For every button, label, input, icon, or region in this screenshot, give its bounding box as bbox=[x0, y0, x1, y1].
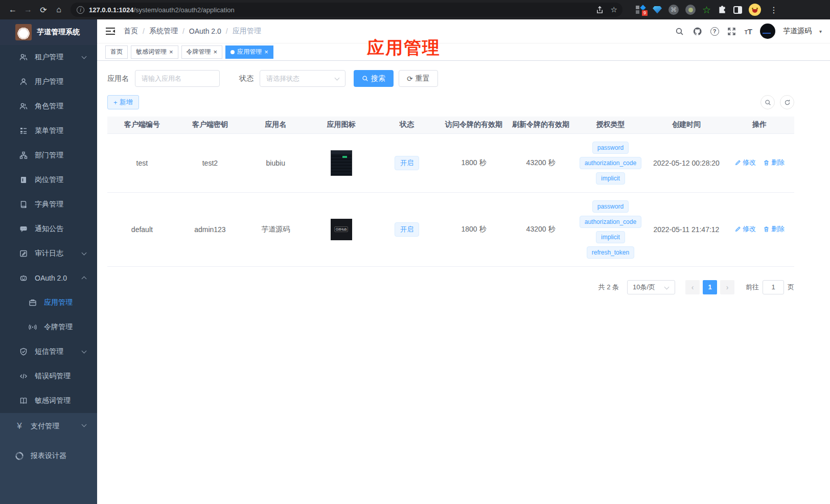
goto-page-input[interactable] bbox=[763, 280, 784, 294]
briefcase-icon bbox=[29, 299, 37, 307]
trash-icon bbox=[763, 159, 770, 166]
address-bar[interactable]: i 127.0.0.1:1024/system/oauth2/oauth2/ap… bbox=[71, 3, 622, 17]
extensions-puzzle-icon[interactable] bbox=[718, 5, 727, 14]
tab-token[interactable]: 令牌管理× bbox=[181, 45, 223, 59]
sidebar-item-user[interactable]: 用户管理 bbox=[0, 70, 97, 94]
bookmark-star-icon[interactable]: ☆ bbox=[611, 5, 617, 14]
caret-down-icon[interactable]: ▾ bbox=[819, 29, 822, 34]
close-icon[interactable]: × bbox=[214, 49, 218, 55]
sidebar-item-errcode[interactable]: 错误码管理 bbox=[0, 364, 97, 388]
browser-home-button[interactable]: ⌂ bbox=[51, 2, 66, 17]
page-number-button[interactable]: 1 bbox=[703, 280, 717, 294]
edit-button[interactable]: 修改 bbox=[734, 158, 756, 167]
sidebar-item-dict[interactable]: 字典管理 bbox=[0, 192, 97, 217]
table-header-row: 客户端编号 客户端密钥 应用名 应用图标 状态 访问令牌的有效期 刷新令牌的有效… bbox=[107, 117, 794, 133]
command-extension-icon[interactable]: ⌘ bbox=[668, 5, 679, 15]
tab-sensitive-word[interactable]: 敏感词管理× bbox=[131, 45, 178, 59]
gem-extension-icon[interactable] bbox=[653, 6, 662, 14]
cell-created-at: 2022-05-12 00:28:20 bbox=[648, 133, 725, 192]
log-edit-icon bbox=[19, 249, 28, 258]
sidebar-item-label: 租户管理 bbox=[35, 53, 63, 62]
sidebar-item-oauth2-application[interactable]: 应用管理 bbox=[0, 290, 97, 315]
side-panel-icon[interactable] bbox=[733, 6, 742, 14]
status-badge[interactable]: 开启 bbox=[395, 156, 419, 170]
tab-application[interactable]: 应用管理× bbox=[225, 45, 273, 59]
shield-check-icon bbox=[19, 348, 28, 356]
sidebar-item-role[interactable]: 角色管理 bbox=[0, 94, 97, 119]
breadcrumb-system[interactable]: 系统管理 bbox=[149, 27, 178, 36]
site-info-icon[interactable]: i bbox=[77, 6, 84, 14]
cell-created-at: 2022-05-11 21:47:12 bbox=[648, 192, 725, 266]
delete-button[interactable]: 删除 bbox=[763, 224, 785, 234]
search-button[interactable]: 搜索 bbox=[354, 70, 394, 87]
applications-table: 客户端编号 客户端密钥 应用名 应用图标 状态 访问令牌的有效期 刷新令牌的有效… bbox=[107, 117, 794, 267]
grant-type-tag: authorization_code bbox=[580, 216, 641, 228]
sidebar-item-tenant[interactable]: 租户管理 bbox=[0, 45, 97, 70]
fullscreen-icon[interactable] bbox=[727, 26, 737, 36]
username[interactable]: 芋道源码 bbox=[783, 27, 812, 36]
cell-app-icon: GitHub bbox=[308, 192, 374, 266]
browser-menu-icon[interactable]: ⋮ bbox=[770, 5, 778, 15]
edit-button[interactable]: 修改 bbox=[734, 224, 756, 234]
cell-client-secret: admin123 bbox=[177, 192, 243, 266]
tab-home[interactable]: 首页 bbox=[105, 45, 128, 59]
delete-button[interactable]: 删除 bbox=[763, 158, 785, 167]
sidebar-item-notice[interactable]: 通知公告 bbox=[0, 217, 97, 241]
toggle-search-button[interactable] bbox=[760, 95, 775, 109]
sidebar-item-menu[interactable]: 菜单管理 bbox=[0, 119, 97, 143]
breadcrumb-oauth2[interactable]: OAuth 2.0 bbox=[189, 27, 221, 35]
cell-status: 开启 bbox=[375, 133, 439, 192]
status-badge[interactable]: 开启 bbox=[395, 222, 419, 237]
chevron-down-icon bbox=[82, 54, 87, 59]
help-icon[interactable]: ? bbox=[710, 27, 719, 36]
sidebar-item-oauth2-token[interactable]: 令牌管理 bbox=[0, 315, 97, 339]
app-name-input[interactable] bbox=[135, 70, 220, 87]
app-logo[interactable]: 芋道管理系统 bbox=[0, 19, 97, 45]
share-icon[interactable] bbox=[596, 6, 604, 14]
sidebar-item-sms[interactable]: 短信管理 bbox=[0, 339, 97, 364]
pagination: 共 2 条 10条/页 ‹ 1 › 前往 页 bbox=[107, 280, 794, 294]
sidebar-item-sensitive-word[interactable]: 敏感词管理 bbox=[0, 388, 97, 413]
sidebar-item-oauth2[interactable]: OAuth 2.0 bbox=[0, 266, 97, 290]
user-avatar[interactable] bbox=[760, 24, 775, 39]
active-dot bbox=[230, 50, 235, 54]
col-created-at: 创建时间 bbox=[648, 117, 725, 133]
browser-reload-button[interactable]: ⟳ bbox=[36, 2, 51, 17]
reset-button[interactable]: ⟳重置 bbox=[399, 70, 438, 87]
close-icon[interactable]: × bbox=[264, 49, 268, 55]
search-icon bbox=[362, 75, 368, 82]
sidebar-item-label: 审计日志 bbox=[35, 249, 63, 258]
add-button[interactable]: +新增 bbox=[107, 95, 139, 109]
sidebar-fold-icon[interactable] bbox=[105, 27, 116, 35]
extension-grid-icon[interactable]: 9 bbox=[635, 5, 646, 15]
browser-forward-button[interactable]: → bbox=[20, 2, 36, 17]
sidebar-item-label: 短信管理 bbox=[35, 347, 63, 356]
sidebar-item-report-designer[interactable]: 报表设计器 bbox=[0, 442, 97, 470]
font-size-icon[interactable]: TT bbox=[745, 27, 752, 36]
breadcrumb: 首页 / 系统管理 / OAuth 2.0 / 应用管理 bbox=[124, 27, 261, 36]
refresh-table-button[interactable] bbox=[780, 95, 794, 109]
status-select[interactable]: 请选择状态 bbox=[260, 70, 345, 87]
refresh-icon bbox=[784, 99, 791, 106]
sidebar-item-audit-log[interactable]: 审计日志 bbox=[0, 241, 97, 266]
github-icon[interactable] bbox=[693, 26, 703, 36]
recorder-extension-icon[interactable] bbox=[685, 5, 696, 15]
search-icon[interactable] bbox=[675, 26, 685, 36]
sidebar-item-label: 通知公告 bbox=[35, 224, 63, 234]
next-page-button[interactable]: › bbox=[720, 280, 734, 294]
profile-avatar[interactable] bbox=[749, 4, 761, 16]
star-extension-icon[interactable]: ☆ bbox=[702, 5, 711, 15]
sidebar-item-post[interactable]: 岗位管理 bbox=[0, 168, 97, 192]
sidebar-item-dept[interactable]: 部门管理 bbox=[0, 143, 97, 168]
sidebar-item-label: 支付管理 bbox=[31, 422, 59, 431]
browser-toolbar: ← → ⟳ ⌂ i 127.0.0.1:1024/system/oauth2/o… bbox=[0, 0, 830, 19]
browser-back-button[interactable]: ← bbox=[5, 2, 20, 17]
prev-page-button[interactable]: ‹ bbox=[685, 280, 700, 294]
close-icon[interactable]: × bbox=[169, 49, 173, 55]
tags-view-bar: 首页 敏感词管理× 令牌管理× 应用管理× bbox=[97, 43, 830, 61]
col-client-secret: 客户端密钥 bbox=[177, 117, 243, 133]
breadcrumb-home[interactable]: 首页 bbox=[124, 27, 138, 36]
page-size-select[interactable]: 10条/页 bbox=[627, 280, 675, 294]
breadcrumb-current: 应用管理 bbox=[233, 27, 261, 36]
sidebar-item-pay[interactable]: ¥ 支付管理 bbox=[0, 413, 97, 440]
